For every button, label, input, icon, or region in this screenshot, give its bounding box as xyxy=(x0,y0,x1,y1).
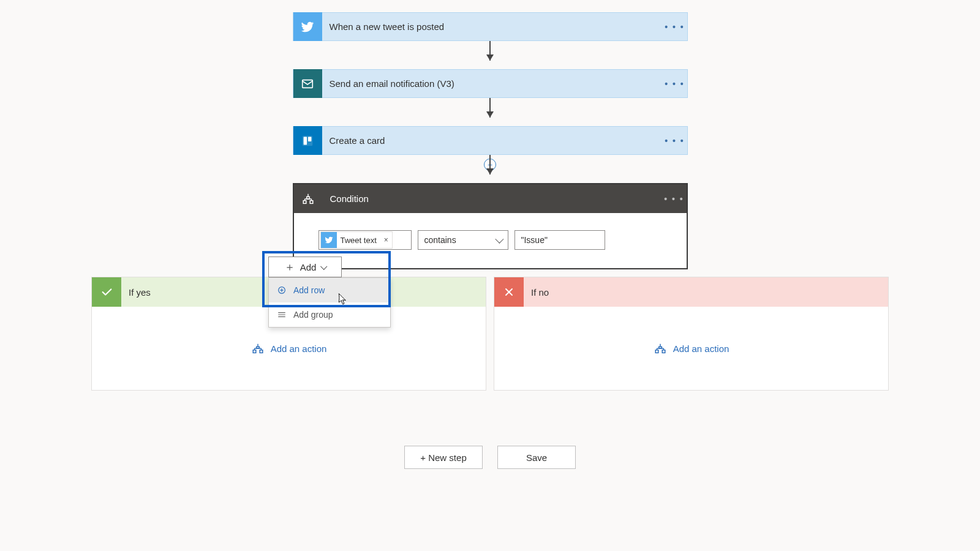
token-label: Tweet text xyxy=(337,236,380,245)
svg-rect-2 xyxy=(304,137,307,144)
svg-rect-9 xyxy=(256,347,259,348)
trello-icon xyxy=(293,126,322,155)
branch-header-no[interactable]: If no xyxy=(494,277,888,307)
svg-rect-7 xyxy=(253,350,256,353)
add-condition-button[interactable]: ＋ Add xyxy=(268,257,342,277)
action-card-email[interactable]: Send an email notification (V3) • • • xyxy=(293,69,688,98)
dynamic-token-tweet-text[interactable]: Tweet text × xyxy=(320,231,393,249)
action-card-trello[interactable]: Create a card • • • xyxy=(293,126,688,155)
step-menu-button[interactable]: • • • xyxy=(663,136,687,146)
operator-value: contains xyxy=(424,235,456,245)
plus-icon: ＋ xyxy=(284,261,295,272)
svg-rect-13 xyxy=(662,350,665,353)
chevron-down-icon xyxy=(495,235,503,244)
trigger-card-twitter[interactable]: When a new tweet is posted • • • xyxy=(293,12,688,41)
step-title: When a new tweet is posted xyxy=(322,21,663,32)
svg-rect-12 xyxy=(655,350,658,353)
new-step-button[interactable]: + New step xyxy=(404,446,483,469)
condition-operator-select[interactable]: contains xyxy=(418,230,508,250)
condition-icon xyxy=(294,184,323,213)
twitter-icon xyxy=(293,12,322,41)
svg-rect-5 xyxy=(310,200,313,203)
chevron-down-icon xyxy=(320,263,327,270)
remove-token-button[interactable]: × xyxy=(380,236,392,244)
close-icon xyxy=(494,277,524,307)
add-action-button[interactable]: Add an action xyxy=(271,343,327,354)
step-menu-button[interactable]: • • • xyxy=(662,194,687,204)
branch-title-no: If no xyxy=(524,287,549,298)
menu-label: Add group xyxy=(293,310,333,320)
branch-if-no: If no Add an action xyxy=(494,277,889,391)
svg-rect-14 xyxy=(658,347,662,348)
connector-arrow xyxy=(489,98,491,126)
svg-rect-6 xyxy=(307,197,310,199)
rows-icon xyxy=(276,309,287,320)
twitter-icon xyxy=(321,232,337,248)
condition-lhs-field[interactable]: Tweet text × xyxy=(318,230,412,250)
mail-icon xyxy=(293,69,322,98)
menu-item-add-row[interactable]: Add row xyxy=(269,278,390,302)
svg-rect-3 xyxy=(308,137,312,141)
step-menu-button[interactable]: • • • xyxy=(663,22,687,32)
step-title: Send an email notification (V3) xyxy=(322,78,663,89)
add-action-icon xyxy=(251,342,265,355)
condition-rhs-field[interactable]: "Issue" xyxy=(514,230,605,250)
step-title: Create a card xyxy=(322,135,663,146)
connector-arrow-with-insert: + xyxy=(489,155,491,183)
check-icon xyxy=(92,277,121,307)
save-button[interactable]: Save xyxy=(497,446,576,469)
add-menu: Add row Add group xyxy=(268,277,391,328)
step-menu-button[interactable]: • • • xyxy=(663,79,687,89)
plus-circle-icon xyxy=(276,285,287,296)
add-label: Add xyxy=(300,262,317,272)
add-action-button[interactable]: Add an action xyxy=(673,343,729,354)
cursor-icon xyxy=(336,293,348,306)
add-action-icon xyxy=(654,342,667,355)
condition-header[interactable]: Condition • • • xyxy=(294,184,687,213)
connector-arrow xyxy=(489,41,491,69)
condition-card[interactable]: Condition • • • Tweet text × contains xyxy=(293,183,688,269)
branch-title-yes: If yes xyxy=(121,287,151,298)
svg-rect-8 xyxy=(260,350,263,353)
condition-value: "Issue" xyxy=(521,235,548,245)
menu-label: Add row xyxy=(293,285,325,295)
condition-title: Condition xyxy=(323,193,662,204)
menu-item-add-group[interactable]: Add group xyxy=(269,302,390,327)
svg-rect-4 xyxy=(303,200,306,203)
